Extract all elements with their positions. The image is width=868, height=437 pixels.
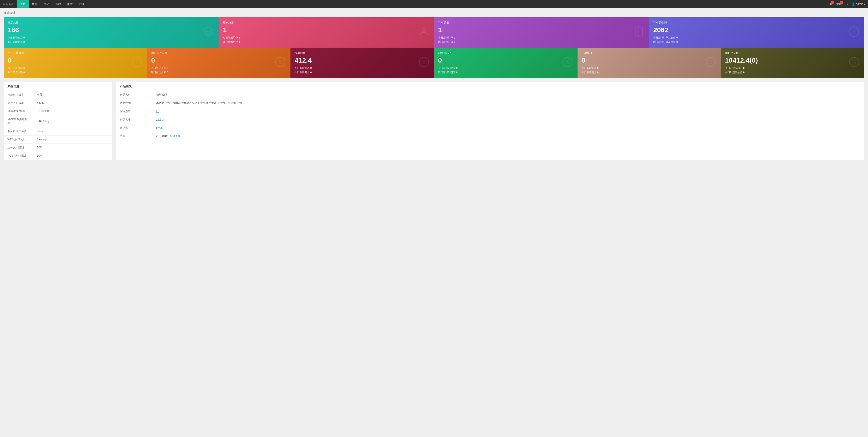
table-row: 运行PHP版本 5.6.40: [4, 99, 112, 107]
prod-label: 产品说明: [116, 99, 153, 107]
checkbox-icon: ☑: [156, 110, 159, 113]
card-title-goods: 商品总量: [8, 21, 215, 25]
prod-value[interactable]: 25.5M: [153, 116, 864, 124]
nav-item-首页[interactable]: 首页: [17, 0, 29, 8]
system-info-title: 系统信息: [4, 82, 112, 91]
prod-label: 产品名称: [116, 91, 153, 99]
card-sub-orders: 今日新增订单 0 昨日新增订单 0: [438, 36, 645, 44]
card-title-order_amount: 订单总金额: [653, 21, 860, 25]
card-icon-recharge: ?: [131, 56, 143, 69]
section-title: 商城统计: [4, 11, 864, 15]
sys-label: ThinkPHP版本: [4, 107, 33, 115]
table-row: 版本 20100106 检查更新: [116, 132, 864, 140]
sys-value: fpm-fcgi: [33, 135, 112, 144]
table-row: 上传大小限制 50M: [4, 144, 112, 152]
nav-item-代理[interactable]: 代理: [76, 0, 88, 8]
recharge-nav-item[interactable]: 充值 0: [827, 2, 833, 6]
prod-link[interactable]: 25.5M: [156, 118, 163, 121]
svg-text:¥: ¥: [852, 29, 856, 35]
version-value: 20100106: [156, 135, 168, 138]
svg-text:?: ?: [422, 59, 426, 66]
stat-card-refund: 下单返佣 0 今日新增佣金 0 昨日新增佣金 0 ?: [578, 48, 721, 78]
card-main-withdraw: 0: [151, 56, 286, 64]
main-content: 商城统计 商品总量 166 今日新增商品 0 昨日新增商品 0 用户总量 1 今…: [0, 8, 868, 163]
table-row: 产品说明本产品只为学习测试交流,请勿要做商业或者用于违法行为,一切后果自负: [116, 99, 864, 107]
top-navigation: 会员 会员 首页角色交易帮助配置代理 充值 0 提现 0 ↺ 👤 admin ▾: [0, 0, 868, 8]
card-title-withdraw: 用户提现金额: [151, 51, 286, 55]
table-row: 产品名称抢单源码: [116, 91, 864, 99]
admin-icon: 👤: [852, 2, 855, 6]
card-main-goods: 166: [8, 26, 215, 34]
card-main-interest: 0: [438, 56, 574, 64]
nav-brand: 会员 会员: [3, 2, 16, 6]
card-icon-users: [418, 26, 430, 39]
nav-item-角色[interactable]: 角色: [29, 0, 40, 8]
card-icon-grab_rebate: ?: [418, 56, 430, 69]
stat-card-interest: 利息宝转入 0 今日新增利息宝 0 昨日新增利息宝 0 $: [434, 48, 578, 78]
stat-card-orders: 订单总量 1 今日新增订单 0 昨日新增订单 0: [434, 17, 649, 48]
withdraw-badge: 0: [840, 1, 843, 4]
prod-link[interactable]: mysql: [156, 126, 163, 129]
card-title-grab_rebate: 抢单佣金: [294, 51, 430, 55]
withdraw-nav-item[interactable]: 提现 0: [836, 2, 842, 6]
sys-value: 会员: [33, 91, 112, 99]
svg-text:$: $: [565, 59, 569, 66]
sys-value: 5.1.38 LTS: [33, 107, 112, 115]
card-sub-recharge: 今日充值金额 0 昨日充值金额 0: [8, 66, 143, 74]
card-main-users: 1: [223, 26, 430, 34]
product-info-title: 产品团队: [116, 82, 864, 91]
system-info-panel: 系统信息 当前程序版本 会员 运行PHP版本 5.6.40 ThinkPHP版本…: [4, 82, 113, 160]
card-title-refund: 下单返佣: [582, 51, 717, 55]
table-row: POST大小限制 50M: [4, 152, 112, 160]
nav-item-交易[interactable]: 交易: [40, 0, 52, 8]
sys-label: 服务器操作系统: [4, 127, 33, 135]
svg-text:?: ?: [135, 59, 139, 66]
panels-row: 系统信息 当前程序版本 会员 运行PHP版本 5.6.40 ThinkPHP版本…: [4, 82, 864, 160]
card-sub-withdraw: 今日提现金额 0 昨日提现金额 0: [151, 66, 286, 74]
admin-menu[interactable]: 👤 admin ▾: [852, 2, 865, 6]
check-update-link[interactable]: 检查更新: [170, 135, 181, 138]
table-row: 当前程序版本 会员: [4, 91, 112, 99]
sys-value: 5.6.40: [33, 99, 112, 107]
card-sub-grab_rebate: 今日新增佣金 0 昨日新增佣金 0: [294, 66, 430, 74]
card-title-user_balance: 用户总余额: [725, 51, 860, 55]
card-sub-refund: 今日新增佣金 0 昨日新增佣金 0: [582, 66, 717, 74]
card-icon-goods: [203, 26, 214, 39]
prod-value: 本产品只为学习测试交流,请勿要做商业或者用于违法行为,一切后果自负: [153, 99, 864, 107]
prod-label: 版本: [116, 132, 153, 140]
product-info-panel: 产品团队 产品名称抢单源码产品说明本产品只为学习测试交流,请勿要做商业或者用于违…: [116, 82, 864, 160]
card-title-users: 用户总量: [223, 21, 430, 25]
stat-card-goods: 商品总量 166 今日新增商品 0 昨日新增商品 0: [4, 17, 219, 48]
card-title-recharge: 用户充值金额: [8, 51, 143, 55]
nav-item-帮助[interactable]: 帮助: [52, 0, 64, 8]
prod-value[interactable]: mysql: [153, 124, 864, 132]
table-row: MySQL数据库版本 5.6.50-log: [4, 115, 112, 127]
table-row: 产品大小25.5M: [116, 116, 864, 124]
prod-label: 产品大小: [116, 116, 153, 124]
brand-label: 会员: [3, 2, 8, 6]
stat-card-users: 用户总量 1 今日新增用户 0 昨日新增用户 0: [219, 17, 434, 48]
table-row: 服务器操作系统 Linux: [4, 127, 112, 135]
card-main-user_balance: 10412.4(0): [725, 56, 860, 64]
stat-cards-row1: 商品总量 166 今日新增商品 0 昨日新增商品 0 用户总量 1 今日新增用户…: [4, 17, 864, 48]
table-row: 数据库mysql: [116, 124, 864, 132]
sys-value: 5.6.50-log: [33, 115, 112, 127]
sys-label: WEB运行环境: [4, 135, 33, 144]
prod-label: 数据库: [116, 124, 153, 132]
prod-value: 抢单源码: [153, 91, 864, 99]
prod-value: ☑: [153, 107, 864, 116]
card-sub-goods: 今日新增商品 0 昨日新增商品 0: [8, 36, 215, 44]
refresh-button[interactable]: ↺: [845, 2, 848, 6]
brand-sub: 会员: [9, 2, 13, 6]
svg-marker-0: [204, 27, 213, 32]
system-info-table: 当前程序版本 会员 运行PHP版本 5.6.40 ThinkPHP版本 5.1.…: [4, 91, 112, 160]
stat-card-recharge: 用户充值金额 0 今日充值金额 0 昨日充值金额 0 ?: [4, 48, 147, 78]
card-sub-interest: 今日新增利息宝 0 昨日新增利息宝 0: [438, 66, 574, 74]
sys-value: 50M: [33, 152, 112, 160]
card-icon-withdraw: $: [275, 56, 286, 69]
nav-item-配置[interactable]: 配置: [64, 0, 76, 8]
product-info-body: 产品名称抢单源码产品说明本产品只为学习测试交流,请勿要做商业或者用于违法行为,一…: [116, 91, 864, 140]
svg-text:?: ?: [709, 59, 712, 66]
sys-label: POST大小限制: [4, 152, 33, 160]
sys-label: 运行PHP版本: [4, 99, 33, 107]
